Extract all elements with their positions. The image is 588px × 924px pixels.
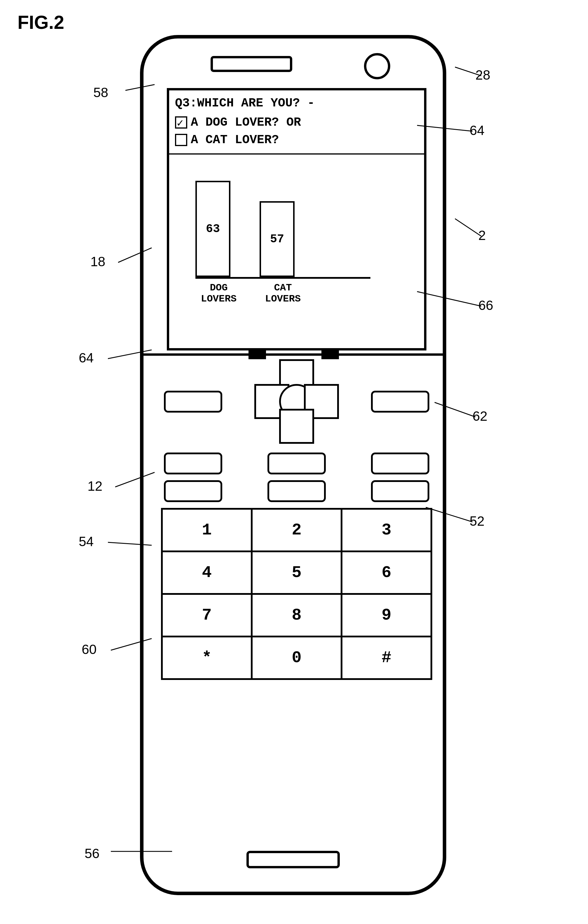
mid-btn-right[interactable] (371, 452, 429, 474)
lower-buttons-row (161, 480, 432, 502)
annotation-28: 28 (476, 67, 490, 83)
key-6[interactable]: 6 (342, 552, 431, 593)
bar-cat-value: 57 (270, 233, 284, 246)
mid-btn-left[interactable] (164, 452, 222, 474)
bar-cat: 57 (259, 201, 295, 277)
key-hash[interactable]: # (342, 637, 431, 678)
chart-area: 63 57 DOG LOVERS CAT LOVERS (169, 155, 424, 312)
annotation-54: 54 (79, 534, 94, 549)
option1-row[interactable]: A DOG LOVER? OR (175, 116, 418, 129)
checkbox-checked[interactable] (175, 116, 187, 129)
key-3[interactable]: 3 (342, 510, 431, 551)
key-9[interactable]: 9 (342, 595, 431, 635)
numpad-row-3: 7 8 9 (163, 595, 431, 637)
option2-text: A CAT LOVER? (191, 133, 279, 147)
key-7[interactable]: 7 (163, 595, 253, 635)
annotation-64-top: 64 (469, 122, 484, 138)
chart-baseline (195, 277, 370, 279)
phone-device: Q3:WHICH ARE YOU? - A DOG LOVER? OR A CA… (140, 35, 446, 895)
bar-group-dog: 63 (195, 181, 230, 277)
bars-container: 63 57 (178, 160, 415, 277)
bar-group-cat: 57 (259, 201, 295, 277)
checkbox-empty[interactable] (175, 134, 187, 146)
annotation-58: 58 (93, 84, 108, 100)
annotation-2: 2 (478, 228, 486, 243)
lower-btn-right[interactable] (371, 480, 429, 502)
connector-left (248, 350, 266, 359)
numpad-row-4: * 0 # (163, 637, 431, 678)
bottom-bar[interactable] (246, 851, 340, 868)
annotation-12: 12 (88, 478, 102, 494)
svg-line-3 (455, 219, 481, 236)
camera (364, 53, 390, 79)
bar-dog-value: 63 (206, 223, 220, 236)
key-2[interactable]: 2 (253, 510, 342, 551)
key-5[interactable]: 5 (253, 552, 342, 593)
numpad-row-1: 1 2 3 (163, 510, 431, 552)
key-star[interactable]: * (163, 637, 253, 678)
display-screen: Q3:WHICH ARE YOU? - A DOG LOVER? OR A CA… (167, 88, 426, 350)
annotation-60: 60 (82, 642, 97, 657)
figure-title: FIG.2 (18, 12, 64, 33)
key-4[interactable]: 4 (163, 552, 253, 593)
key-1[interactable]: 1 (163, 510, 253, 551)
option2-row[interactable]: A CAT LOVER? (175, 133, 418, 147)
annotation-52: 52 (469, 513, 484, 529)
key-0[interactable]: 0 (253, 637, 342, 678)
numpad-row-2: 4 5 6 (163, 552, 431, 595)
dpad-down[interactable] (279, 409, 314, 444)
nav-btn-left[interactable] (164, 391, 222, 412)
key-8[interactable]: 8 (253, 595, 342, 635)
mid-btn-center[interactable] (268, 452, 326, 474)
dpad[interactable] (254, 359, 339, 444)
numpad: 1 2 3 4 5 6 7 8 9 * 0 # (161, 508, 432, 680)
display-divider (144, 353, 443, 356)
keypad-area: 1 2 3 4 5 6 7 8 9 * 0 # (161, 359, 432, 680)
annotation-56: 56 (84, 846, 99, 861)
nav-buttons-row (161, 359, 432, 444)
annotation-18: 18 (91, 254, 105, 269)
annotation-66: 66 (478, 297, 493, 313)
chart-label-cat: CAT LOVERS (259, 282, 306, 304)
option1-text: A DOG LOVER? OR (191, 116, 301, 129)
question-area: Q3:WHICH ARE YOU? - A DOG LOVER? OR A CA… (169, 91, 424, 155)
nav-btn-right[interactable] (371, 391, 429, 412)
bar-dog: 63 (195, 181, 230, 277)
annotation-64-mid: 64 (79, 350, 94, 366)
question-text: Q3:WHICH ARE YOU? - (175, 96, 418, 110)
mid-buttons-row (161, 452, 432, 474)
annotation-62: 62 (472, 408, 487, 424)
lower-btn-center[interactable] (268, 480, 326, 502)
speaker-slot (211, 56, 292, 72)
connector-right (321, 350, 339, 359)
chart-label-dog: DOG LOVERS (195, 282, 242, 304)
chart-labels: DOG LOVERS CAT LOVERS (178, 282, 415, 304)
lower-btn-left[interactable] (164, 480, 222, 502)
